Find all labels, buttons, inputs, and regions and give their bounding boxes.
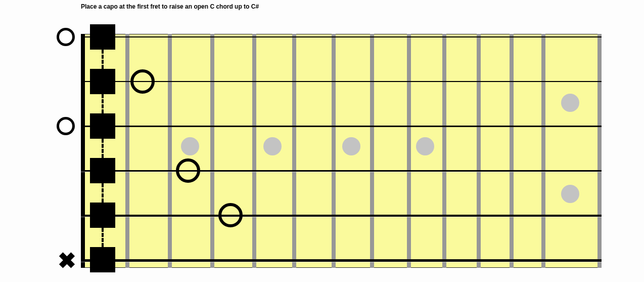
inlay-fret-5 — [263, 137, 282, 155]
mute-string-6: ✖ — [58, 250, 76, 272]
fret-9 — [442, 34, 446, 268]
string-2 — [81, 81, 602, 82]
capo-string-4 — [90, 158, 115, 183]
capo-string-1 — [90, 24, 115, 50]
open-string-1 — [57, 28, 75, 46]
fret-5 — [292, 34, 296, 268]
inlay-fret-12-top — [561, 94, 579, 112]
fret-4 — [252, 34, 256, 268]
fret-12 — [541, 34, 545, 268]
inlay-fret-7 — [342, 137, 360, 155]
finger-string-2-fret-2 — [130, 69, 155, 94]
fret-7 — [370, 34, 374, 268]
inlay-fret-9 — [416, 137, 434, 155]
capo-string-2 — [90, 69, 115, 94]
capo-connector-2-3 — [102, 94, 104, 113]
diagram-caption: Place a capo at the first fret to raise … — [81, 3, 259, 10]
capo-connector-3-4 — [102, 139, 104, 158]
string-5-sheen — [81, 217, 602, 217]
fret-3 — [210, 34, 214, 268]
nut — [81, 34, 85, 268]
capo-connector-5-6 — [102, 228, 104, 247]
fret-1 — [125, 34, 129, 268]
finger-string-5-fret-4 — [218, 203, 243, 227]
string-1 — [81, 36, 602, 37]
guitar-chord-diagram: ✖ — [51, 18, 602, 277]
fret-13 — [597, 34, 602, 268]
capo-string-5 — [90, 203, 115, 228]
fret-11 — [510, 34, 514, 268]
capo-string-6 — [90, 247, 115, 272]
open-string-3 — [57, 117, 75, 135]
inlay-fret-12-bottom — [561, 185, 579, 203]
capo-connector-1-2 — [102, 50, 104, 69]
fret-2 — [168, 34, 172, 268]
fret-8 — [407, 34, 411, 268]
finger-string-4-fret-3 — [176, 158, 200, 183]
fret-6 — [332, 34, 336, 268]
capo-string-3 — [90, 113, 115, 139]
string-4-sheen — [81, 172, 602, 172]
string-3 — [81, 126, 602, 127]
fretboard — [81, 34, 602, 268]
inlay-fret-3 — [181, 137, 199, 155]
capo-connector-4-5 — [102, 183, 104, 203]
fret-10 — [477, 34, 481, 268]
string-6-sheen — [81, 262, 602, 262]
